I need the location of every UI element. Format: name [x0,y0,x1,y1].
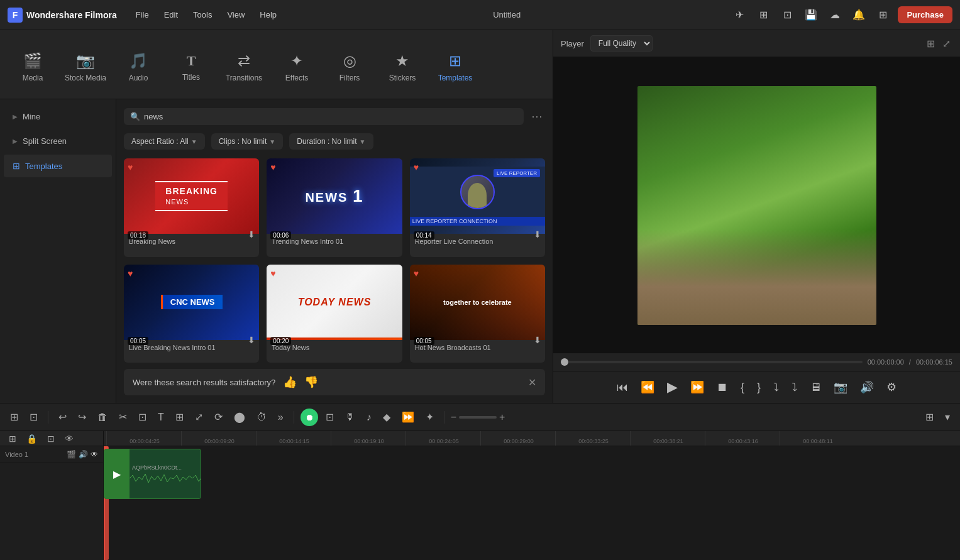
menu-help[interactable]: Help [253,8,283,22]
transform-icon[interactable]: ⤢ [191,409,207,425]
tab-stock-media[interactable]: 📷 Stock Media [60,47,111,87]
track-visibility-icon[interactable]: 👁 [91,450,98,459]
music-icon[interactable]: ♪ [363,409,375,425]
mark-out-icon[interactable]: } [754,378,763,397]
play-button[interactable]: ▶ [665,376,680,398]
download-icon-reporter[interactable]: ⬇ [534,229,541,239]
tab-titles[interactable]: T Titles [166,48,216,87]
ripple-icon[interactable]: ⟳ [211,409,226,425]
text-button[interactable]: T [154,409,168,425]
skip-back-button[interactable]: ⏮ [614,378,631,397]
clip-speed-icon[interactable]: ⏩ [398,409,418,425]
purchase-button[interactable]: Purchase [898,6,952,23]
marker-icon[interactable]: ◆ [379,409,394,425]
menu-tools[interactable]: Tools [187,8,218,22]
download-icon-live-breaking[interactable]: ⬇ [248,335,255,345]
tab-stickers[interactable]: ★ Stickers [377,47,428,87]
timeline-playhead-dot[interactable] [561,358,568,366]
search-input[interactable] [144,112,517,121]
timeline-slider[interactable] [561,361,863,363]
add-track-icon[interactable]: ⊞ [5,431,20,446]
overwrite-icon[interactable]: ⤵ [789,378,800,397]
volume-icon[interactable]: 🔊 [858,378,876,397]
media-library-icon[interactable]: ⊞ [754,6,772,24]
insert-icon[interactable]: ⤵ [771,378,781,397]
track-eye-icon[interactable]: 👁 [61,431,77,446]
sidebar-item-split-screen[interactable]: ▶ Split Screen [4,130,112,152]
download-icon-hot-news[interactable]: ⬇ [534,335,541,345]
ruler-mark-6: 00:00:33:25 [555,431,630,446]
view-grid-icon[interactable]: ⊞ [922,409,937,425]
search-more-button[interactable]: ⋯ [529,107,545,126]
clip-button[interactable]: ⊞ [172,409,187,425]
crop-button[interactable]: ⊡ [135,409,150,425]
clips-filter[interactable]: Clips : No limit ▼ [211,133,284,150]
aspect-ratio-filter[interactable]: Aspect Ratio : All ▼ [124,133,205,150]
delete-button[interactable]: 🗑 [94,409,111,425]
redo-button[interactable]: ↪ [74,409,90,425]
titles-icon: T [187,53,196,69]
zoom-in-button[interactable]: + [499,412,505,423]
search-input-wrap[interactable]: 🔍 [124,108,524,125]
stop-button[interactable]: ⏹ [714,378,731,397]
track-add-icon[interactable]: ⊞ [6,409,22,425]
menu-edit[interactable]: Edit [158,8,184,22]
pip-icon[interactable]: ⊡ [322,409,338,425]
speed-icon[interactable]: ⏱ [253,409,270,425]
template-card-breaking-news[interactable]: BREAKINGNEWS ♥ 00:18 ⬇ Breaking News [124,158,259,257]
satisfaction-close-button[interactable]: ✕ [528,376,536,388]
template-card-today-news[interactable]: TODAY NEWS ♥ 00:20 Today News [267,265,402,363]
track-split-icon[interactable]: ⊡ [43,431,58,446]
view-more-icon[interactable]: ▾ [941,409,954,425]
track-lock-icon[interactable]: 🔒 [23,431,41,446]
tab-media[interactable]: 🎬 Media [8,47,58,87]
menu-file[interactable]: File [130,8,155,22]
grid-icon[interactable]: ⊞ [874,6,891,24]
download-icon-breaking-news[interactable]: ⬇ [248,229,255,239]
monitor-icon[interactable]: 🖥 [807,378,824,397]
duration-filter[interactable]: Duration : No limit ▼ [289,133,373,150]
tab-audio[interactable]: 🎵 Audio [113,47,163,87]
template-card-trending-news[interactable]: NEWS 1 ♥ 00:06 Trending News Intro 01 [267,158,402,257]
color-icon[interactable]: ⬤ [230,409,249,425]
record-button[interactable]: ⏺ [301,409,318,426]
undo-button[interactable]: ↩ [55,409,70,425]
settings-icon[interactable]: ⚙ [884,378,899,397]
frame-back-button[interactable]: ⏪ [638,378,657,397]
grid-view-icon[interactable]: ⊞ [925,36,937,52]
cloud-icon[interactable]: ☁ [826,6,844,24]
zoom-slider[interactable] [459,416,497,419]
template-card-live-breaking[interactable]: CNC NEWS ♥ 00:05 ⬇ Live Breaking News In… [124,265,259,363]
track-magnet-icon[interactable]: ⊡ [26,409,41,425]
zoom-out-button[interactable]: − [451,412,456,423]
tab-effects[interactable]: ✦ Effects [272,47,322,87]
notification-icon[interactable]: 🔔 [850,6,868,24]
tab-transitions[interactable]: ⇄ Transitions [219,47,269,87]
more-icon[interactable]: » [274,409,287,425]
sidebar-item-templates[interactable]: ⊞ Templates [4,155,112,177]
sidebar-item-mine[interactable]: ▶ Mine [4,106,112,128]
menu-view[interactable]: View [221,8,251,22]
player-timeline: 00:00:00:00 / 00:00:06:15 [553,353,960,371]
template-card-reporter-live[interactable]: LIVE REPORTER LIVE REPORTER CONNECTION ♥… [410,158,545,257]
snapshot-icon[interactable]: 📷 [831,378,850,397]
template-card-hot-news[interactable]: together to celebrate ♥ 00:05 ⬇ Hot News… [410,265,545,363]
video-clip[interactable]: ▶ AQPbRSLkn0CDt... [104,449,201,499]
ai-icon[interactable]: ✦ [422,409,438,425]
mark-in-icon[interactable]: { [738,378,747,397]
quality-select[interactable]: Full Quality 1/2 Quality 1/4 Quality [590,35,653,52]
thumbs-down-button[interactable]: 👎 [304,375,318,389]
frame-forward-button[interactable]: ⏩ [688,378,707,397]
voice-icon[interactable]: 🎙 [341,409,359,425]
thumbs-up-button[interactable]: 👍 [283,375,297,389]
layout-icon[interactable]: ⊡ [778,6,796,24]
export-icon[interactable]: ✈ [731,6,748,24]
track-camera-icon[interactable]: 🎬 [67,450,76,459]
track-audio-icon[interactable]: 🔊 [79,450,88,459]
save-icon[interactable]: 💾 [802,6,820,24]
tab-filters[interactable]: ◎ Filters [324,47,375,87]
template-grid: BREAKINGNEWS ♥ 00:18 ⬇ Breaking News NEW… [124,158,545,363]
fullscreen-icon[interactable]: ⤢ [941,36,952,52]
cut-button[interactable]: ✂ [115,409,131,425]
tab-templates[interactable]: ⊞ Templates [430,47,480,87]
